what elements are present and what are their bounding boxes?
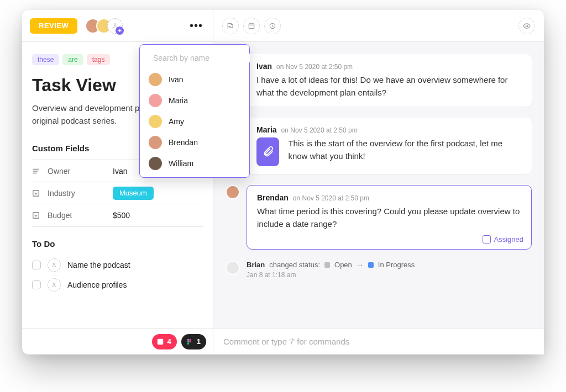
tag[interactable]: tags: [87, 54, 111, 65]
comment: Ivan on Nov 5 2020 at 2:50 pm I have a l…: [226, 54, 532, 107]
svg-point-13: [526, 25, 528, 27]
comment-card-assigned[interactable]: Brendan on Nov 5 2020 at 2:50 pm What ti…: [247, 185, 532, 250]
left-footer: 4 1: [22, 328, 213, 354]
svg-point-9: [187, 342, 189, 345]
paperclip-icon: [262, 146, 274, 158]
comment-card[interactable]: Maria on Nov 5 2020 at 2:50 pm This is t…: [247, 118, 532, 174]
dropdown-item-label: Ivan: [169, 75, 183, 84]
field-value[interactable]: Museum: [113, 187, 154, 200]
arrow-icon: →: [357, 261, 364, 269]
svg-point-6: [187, 338, 189, 341]
time-button[interactable]: [264, 18, 281, 34]
checkbox[interactable]: [32, 261, 41, 269]
field-value[interactable]: Ivan: [113, 167, 127, 176]
comment: Maria on Nov 5 2020 at 2:50 pm This is t…: [226, 118, 532, 174]
avatar[interactable]: [226, 185, 240, 199]
comment-author: Brendan: [257, 193, 289, 202]
tag[interactable]: these: [32, 54, 59, 65]
comment-body: I have a lot of ideas for this! Do we ha…: [256, 74, 522, 99]
pill-count: 1: [197, 337, 201, 346]
status-from: Open: [334, 261, 352, 269]
date-button[interactable]: [243, 18, 260, 34]
comment-time: on Nov 5 2020 at 2:50 pm: [293, 194, 369, 202]
figma-icon: [186, 338, 193, 346]
field-row-budget[interactable]: Budget $500: [32, 204, 203, 226]
todo-section: To Do Name the podcast Audience profiles: [32, 239, 203, 295]
svg-point-10: [189, 341, 191, 343]
comment-input[interactable]: Comment or type '/' for commands: [213, 328, 544, 354]
avatar: [149, 157, 162, 170]
field-value[interactable]: $500: [113, 211, 130, 220]
assignee-placeholder-icon[interactable]: [48, 258, 61, 272]
dropdown-item[interactable]: Brendan: [140, 132, 249, 153]
comment-body: This is the start of the overview for th…: [288, 137, 522, 166]
app-window: REVIEW + ••• these are tags Task View Ov…: [22, 10, 544, 354]
comment-time: on Nov 5 2020 at 2:50 pm: [281, 126, 358, 134]
svg-point-4: [54, 283, 55, 285]
avatar: [149, 136, 162, 149]
assignee-stack: +: [85, 18, 123, 34]
right-topbar: [213, 10, 544, 42]
todo-item[interactable]: Audience profiles: [32, 275, 203, 295]
dropdown-item-label: Amy: [169, 117, 184, 126]
assigned-badge[interactable]: Assigned: [483, 235, 523, 243]
svg-rect-5: [157, 338, 163, 345]
svg-rect-11: [249, 23, 254, 28]
left-topbar: REVIEW + •••: [22, 10, 213, 42]
add-assignee-button[interactable]: +: [107, 18, 123, 34]
dropdown-field-icon: [32, 211, 43, 219]
comment-body: What time period is this covering? Could…: [257, 205, 521, 230]
todo-item[interactable]: Name the podcast: [32, 255, 203, 275]
status-change-event: Brian changed status: Open → In Progress…: [226, 261, 532, 279]
todo-label: Audience profiles: [67, 280, 127, 289]
dropdown-item-label: Brendan: [169, 138, 198, 147]
status-from-color: [324, 262, 330, 268]
assignee-placeholder-icon[interactable]: [48, 278, 61, 292]
field-label: Owner: [48, 167, 113, 176]
flag-button[interactable]: [222, 18, 239, 34]
flag-icon: [227, 22, 234, 30]
tag[interactable]: are: [62, 54, 83, 65]
clock-icon: [269, 22, 276, 30]
attachment-icon[interactable]: [256, 137, 279, 166]
more-icon[interactable]: •••: [187, 19, 205, 32]
avatar: [149, 115, 162, 128]
plus-icon: +: [116, 27, 124, 35]
figma-pill[interactable]: 1: [181, 334, 206, 349]
comment-placeholder: Comment or type '/' for commands: [223, 337, 349, 346]
dropdown-item[interactable]: Maria: [140, 90, 249, 111]
dropdown-item-label: Maria: [169, 96, 188, 105]
status-button[interactable]: REVIEW: [30, 18, 77, 34]
dropdown-item[interactable]: Ivan: [140, 69, 249, 90]
pill-count: 4: [167, 337, 171, 346]
watch-button[interactable]: [518, 18, 535, 34]
svg-point-0: [114, 23, 117, 25]
svg-point-8: [187, 341, 189, 343]
checkbox[interactable]: [32, 280, 41, 289]
status-to-color: [368, 262, 374, 268]
dropdown-item-label: William: [169, 159, 193, 168]
checkbox-icon: [483, 235, 491, 243]
avatar: [226, 261, 240, 275]
avatar: [149, 94, 162, 107]
search-input[interactable]: [153, 54, 250, 62]
field-row-industry[interactable]: Industry Museum: [32, 182, 203, 204]
svg-rect-2: [33, 213, 39, 219]
activity-feed: Ivan on Nov 5 2020 at 2:50 pm I have a l…: [213, 42, 544, 328]
dropdown-item[interactable]: Amy: [140, 111, 249, 132]
invision-icon: [156, 338, 164, 346]
text-field-icon: [32, 167, 43, 175]
comment-author: Ivan: [256, 62, 272, 71]
right-pane: Ivan on Nov 5 2020 at 2:50 pm I have a l…: [213, 10, 544, 354]
invision-pill[interactable]: 4: [152, 334, 177, 349]
avatar: [149, 73, 162, 86]
svg-point-3: [54, 263, 55, 265]
comment-card[interactable]: Ivan on Nov 5 2020 at 2:50 pm I have a l…: [247, 54, 532, 107]
eye-icon: [523, 22, 531, 30]
assigned-label: Assigned: [494, 235, 523, 243]
field-label: Budget: [48, 211, 113, 220]
dropdown-item[interactable]: William: [140, 153, 249, 174]
status-actor: Brian: [247, 261, 265, 269]
status-time: Jan 8 at 1:18 am: [247, 271, 415, 279]
dropdown-field-icon: [32, 189, 43, 197]
